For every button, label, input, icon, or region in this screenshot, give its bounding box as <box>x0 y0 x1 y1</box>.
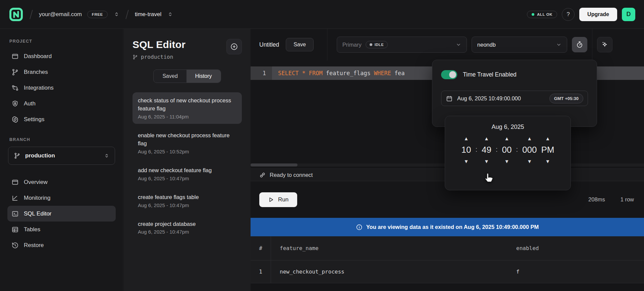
meridiem-down-button[interactable]: ▼ <box>544 158 551 164</box>
history-item[interactable]: enable new checkout process feature flag… <box>132 127 242 159</box>
sidebar-item-settings[interactable]: Settings <box>7 111 116 127</box>
browser-icon <box>11 179 19 186</box>
seconds-up-button[interactable]: ▲ <box>503 135 511 142</box>
status-badge[interactable]: ALL OK <box>527 11 557 18</box>
project-switcher[interactable] <box>167 11 173 17</box>
toggle-knob <box>449 71 456 78</box>
sidebar-item-label: Dashboard <box>24 53 52 60</box>
sidebar-item-label: Settings <box>24 116 44 123</box>
endpoint-status-badge: IDLE <box>366 41 388 48</box>
table-row[interactable]: 1 new_checkout_process f <box>251 260 644 283</box>
banner-text: You are viewing data as it existed on Au… <box>366 224 539 230</box>
history-item[interactable]: add new checkout feature flag Aug 6, 202… <box>132 162 242 186</box>
question-icon: ? <box>567 11 570 18</box>
save-button[interactable]: Save <box>286 38 313 51</box>
history-item-date: Aug 6, 2025 - 10:47pm <box>138 229 236 235</box>
history-item-date: Aug 6, 2025 - 10:47pm <box>138 176 236 181</box>
new-query-button[interactable] <box>226 39 242 54</box>
sidebar-item-label: Monitoring <box>24 195 50 201</box>
meridiem-up-button[interactable]: ▲ <box>544 135 551 142</box>
run-button[interactable]: Run <box>259 192 297 207</box>
time-separator: : <box>476 146 478 154</box>
sidebar-item-label: Integrations <box>24 85 54 91</box>
tab-saved[interactable]: Saved <box>154 70 186 83</box>
calendar-icon <box>446 95 453 102</box>
scrollbar-thumb[interactable] <box>251 163 298 166</box>
idle-dot <box>370 43 372 46</box>
history-item[interactable]: create feature flags table Aug 6, 2025 -… <box>132 189 242 212</box>
workflow-icon <box>11 84 19 92</box>
sidebar-item-label: Auth <box>24 100 36 107</box>
shield-user-icon <box>11 100 19 107</box>
column-header-index: # <box>251 236 271 260</box>
hours-down-button[interactable]: ▼ <box>463 158 470 164</box>
history-item-title: check status of new checkout process fea… <box>138 97 236 113</box>
history-item-date: Aug 6, 2025 - 10:52pm <box>138 149 236 154</box>
milliseconds-value: 000 <box>522 145 537 155</box>
endpoint-name: Primary <box>342 42 362 48</box>
sidebar-item-label: Restore <box>24 242 44 249</box>
results-header-row: # feature_name enabled <box>251 236 644 260</box>
datetime-input[interactable]: Aug 6, 2025 10:49:00.000 GMT +05:30 <box>441 91 588 106</box>
sidebar-item-integrations[interactable]: Integrations <box>7 80 116 96</box>
sql-identifier: fea <box>394 70 405 77</box>
saved-history-tabs: Saved History <box>153 69 221 83</box>
time-travel-button[interactable] <box>572 37 587 52</box>
tab-history[interactable]: History <box>186 70 221 83</box>
sql-keyword: FROM <box>309 70 323 77</box>
chevron-down-icon <box>456 42 461 47</box>
column-header-feature-name: feature_name <box>271 245 516 251</box>
minutes-up-button[interactable]: ▲ <box>483 135 490 142</box>
time-separator: : <box>516 146 518 154</box>
sidebar-item-branches[interactable]: Branches <box>7 64 116 80</box>
history-item-title: create feature flags table <box>138 193 236 201</box>
history-clock-icon <box>11 242 19 249</box>
branch-selector-value: production <box>25 152 55 159</box>
sidebar-item-sql-editor[interactable]: SQL Editor <box>7 206 116 222</box>
query-title: Untitled <box>259 41 279 48</box>
results-empty-area <box>251 283 644 291</box>
sidebar-item-monitoring[interactable]: Monitoring <box>7 190 116 206</box>
hours-up-button[interactable]: ▲ <box>463 135 470 142</box>
upgrade-button[interactable]: Upgrade <box>579 8 617 21</box>
help-button[interactable]: ? <box>562 8 575 21</box>
seconds-down-button[interactable]: ▼ <box>503 158 511 164</box>
sidebar-item-label: Tables <box>24 226 40 233</box>
column-header-enabled: enabled <box>516 245 644 251</box>
milliseconds-down-button[interactable]: ▼ <box>526 158 533 164</box>
sidebar-item-tables[interactable]: Tables <box>7 222 116 237</box>
project-name[interactable]: time-travel <box>135 11 161 18</box>
database-select[interactable]: neondb <box>472 37 567 53</box>
endpoint-status-label: IDLE <box>375 43 384 47</box>
query-duration: 208ms <box>588 196 605 203</box>
time-travel-toggle[interactable] <box>441 70 457 79</box>
top-bar: your@email.com FREE time-travel ALL OK ?… <box>0 0 644 29</box>
run-button-label: Run <box>278 196 288 203</box>
picker-date-heading: Aug 6, 2025 <box>491 124 524 131</box>
neon-logo[interactable] <box>9 7 23 22</box>
history-item[interactable]: create project database Aug 6, 2025 - 10… <box>132 216 242 239</box>
branch-selector[interactable]: production <box>8 147 115 165</box>
milliseconds-up-button[interactable]: ▲ <box>526 135 533 142</box>
project-section-label: PROJECT <box>9 39 114 44</box>
avatar[interactable]: D <box>622 8 635 21</box>
ai-assist-button[interactable] <box>597 37 612 52</box>
branch-badge: production <box>141 54 173 60</box>
sidebar-item-restore[interactable]: Restore <box>7 237 116 253</box>
mouse-cursor-hand <box>483 172 495 185</box>
org-email[interactable]: your@email.com <box>39 11 82 18</box>
sidebar-item-label: Branches <box>24 69 48 76</box>
sql-editor-panel: SQL Editor production Saved History chec… <box>124 29 251 291</box>
org-switcher[interactable] <box>114 11 119 17</box>
seconds-value: 00 <box>502 145 512 155</box>
sidebar-item-dashboard[interactable]: Dashboard <box>7 48 116 64</box>
sidebar-item-auth[interactable]: Auth <box>7 96 116 111</box>
sidebar-item-overview[interactable]: Overview <box>7 174 116 190</box>
minutes-down-button[interactable]: ▼ <box>483 158 490 164</box>
compute-endpoint-select[interactable]: Primary IDLE <box>337 37 467 53</box>
time-spinner: ▲ 10 ▼ : ▲ 49 ▼ : ▲ 00 ▼ : ▲ 000 ▼ ▲ PM … <box>462 135 554 164</box>
history-item[interactable]: check status of new checkout process fea… <box>132 92 242 124</box>
connection-status-text: Ready to connect <box>270 172 313 178</box>
git-branch-icon <box>14 152 20 159</box>
breadcrumb-separator <box>30 10 33 19</box>
